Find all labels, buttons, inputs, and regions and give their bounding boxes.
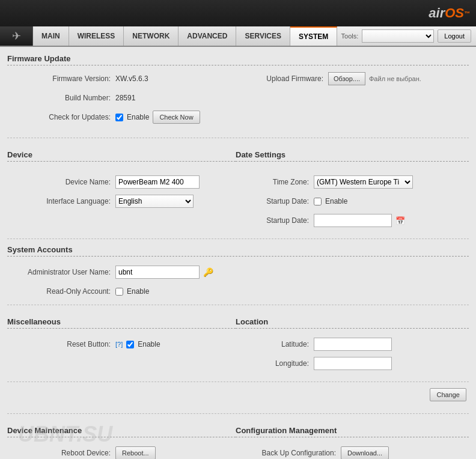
ubiquiti-icon: ✈ <box>12 29 21 43</box>
latitude-input[interactable] <box>314 338 392 351</box>
timezone-row: Time Zone: (GMT) Western Europe Ti <box>236 175 469 189</box>
upload-firmware-label: Upload Firmware: <box>244 74 328 83</box>
latitude-label: Latitude: <box>236 340 314 348</box>
tools-select[interactable] <box>362 29 434 43</box>
readonly-enable-label: Enable <box>127 287 149 296</box>
header: air OS ™ <box>0 0 476 26</box>
logo-os-text: OS <box>445 5 464 21</box>
tab-wireless[interactable]: WIRELESS <box>69 26 124 46</box>
tab-network[interactable]: NETWORK <box>124 26 178 46</box>
longitude-row: Longitude: <box>236 356 469 371</box>
misc-location-section: Miscellaneous Reset Button: [?] Enable L… <box>7 311 469 375</box>
reset-help-link[interactable]: [?] <box>115 341 123 348</box>
system-accounts-title: System Accounts <box>7 245 469 257</box>
misc-section: Miscellaneous Reset Button: [?] Enable <box>7 311 236 375</box>
reset-button-checkbox[interactable] <box>126 341 134 348</box>
firmware-version-label: Firmware Version: <box>7 74 115 83</box>
interface-language-row: Interface Language: English Русский Deut… <box>7 194 236 208</box>
startup-enable-label: Enable <box>325 197 347 205</box>
backup-config-label: Back Up Configuration: <box>236 449 341 457</box>
enable-label: Enable <box>127 113 149 121</box>
startup-date-row2: Startup Date: 📅 <box>236 213 469 228</box>
check-updates-label: Check for Updates: <box>7 113 115 121</box>
firmware-section-title: Firmware Update <box>7 54 469 65</box>
build-number-row: Build Number: 28591 <box>7 91 232 105</box>
build-number-label: Build Number: <box>7 94 115 102</box>
device-name-label: Device Name: <box>7 178 115 186</box>
reset-button-row: Reset Button: [?] Enable <box>7 337 236 351</box>
admin-user-row: Administrator User Name: 🔑 <box>7 265 469 279</box>
device-section-title: Device <box>7 150 236 162</box>
location-section: Location Latitude: Longitude: <box>236 311 469 375</box>
date-settings-section: Date Settings Time Zone: (GMT) Western E… <box>236 144 469 233</box>
firmware-version-row: Firmware Version: XW.v5.6.3 <box>7 71 232 86</box>
logo: air OS ™ <box>429 5 470 21</box>
check-updates-checkbox[interactable] <box>115 114 123 121</box>
logo-tm-text: ™ <box>464 10 470 17</box>
config-management-title: Configuration Management <box>236 426 469 437</box>
key-icon[interactable]: 🔑 <box>203 267 213 277</box>
logout-button[interactable]: Logout <box>438 29 471 43</box>
startup-date-checkbox[interactable] <box>314 198 322 205</box>
admin-user-label: Administrator User Name: <box>7 268 115 276</box>
readonly-label: Read-Only Account: <box>7 287 115 296</box>
nav-logo-area: ✈ <box>0 26 33 46</box>
firmware-version-value: XW.v5.6.3 <box>115 74 148 83</box>
reboot-button[interactable]: Reboot... <box>115 446 156 459</box>
startup-date-row1: Startup Date: Enable <box>236 194 469 208</box>
config-management-section: Configuration Management Back Up Configu… <box>236 420 469 459</box>
tab-main[interactable]: MAIN <box>33 26 69 46</box>
location-title: Location <box>236 317 469 329</box>
backup-download-button[interactable]: Download... <box>341 446 389 459</box>
longitude-label: Longitude: <box>236 359 314 368</box>
startup-date-input[interactable] <box>314 214 392 227</box>
interface-language-select[interactable]: English Русский Deutsch Français Español <box>115 195 194 208</box>
device-date-section: Device Device Name: Interface Language: … <box>7 144 469 233</box>
logo-air-text: air <box>429 5 445 21</box>
device-name-input[interactable] <box>115 175 200 189</box>
startup-date-label1: Startup Date: <box>236 197 314 205</box>
backup-config-row: Back Up Configuration: Download... <box>236 446 469 459</box>
admin-user-input[interactable] <box>115 266 200 279</box>
main-content: Firmware Update Firmware Version: XW.v5.… <box>0 47 476 459</box>
readonly-checkbox[interactable] <box>115 288 123 296</box>
timezone-label: Time Zone: <box>236 178 314 186</box>
tab-services[interactable]: SERVICES <box>236 26 290 46</box>
tab-advanced[interactable]: ADVANCED <box>178 26 236 46</box>
nav-tools: Tools: Logout <box>341 26 476 46</box>
device-name-row: Device Name: <box>7 175 236 189</box>
device-maintenance-title: Device Maintenance <box>7 426 236 437</box>
upload-firmware-row: Upload Firmware: Обзор.... Файл не выбра… <box>244 71 469 86</box>
firmware-browse-button[interactable]: Обзор.... <box>328 72 365 85</box>
check-now-button[interactable]: Check Now <box>153 111 200 124</box>
change-button[interactable]: Change <box>430 388 466 401</box>
timezone-select[interactable]: (GMT) Western Europe Ti <box>314 175 413 189</box>
build-number-value: 28591 <box>115 94 135 102</box>
interface-language-label: Interface Language: <box>7 197 115 205</box>
check-updates-row: Check for Updates: Enable Check Now <box>7 110 232 124</box>
readonly-account-row: Read-Only Account: Enable <box>7 284 469 299</box>
device-section: Device Device Name: Interface Language: … <box>7 144 236 233</box>
device-maintenance-section: Device Maintenance Reboot Device: Reboot… <box>7 420 236 459</box>
longitude-input[interactable] <box>314 357 392 370</box>
firmware-no-file: Файл не выбран. <box>369 75 421 82</box>
latitude-row: Latitude: <box>236 337 469 351</box>
tab-system[interactable]: SYSTEM <box>290 26 337 46</box>
misc-title: Miscellaneous <box>7 317 236 329</box>
bottom-sections: Device Maintenance Reboot Device: Reboot… <box>7 420 469 459</box>
reset-enable-label: Enable <box>138 340 160 348</box>
reboot-label: Reboot Device: <box>7 449 115 457</box>
nav-bar: ✈ MAIN WIRELESS NETWORK ADVANCED SERVICE… <box>0 26 476 47</box>
reboot-device-row: Reboot Device: Reboot... <box>7 446 236 459</box>
change-area: Change <box>7 381 469 407</box>
calendar-icon[interactable]: 📅 <box>395 216 405 225</box>
date-settings-title: Date Settings <box>236 150 469 162</box>
tools-label: Tools: <box>341 32 359 40</box>
startup-date-label2: Startup Date: <box>236 216 314 225</box>
reset-button-label: Reset Button: <box>7 340 115 348</box>
